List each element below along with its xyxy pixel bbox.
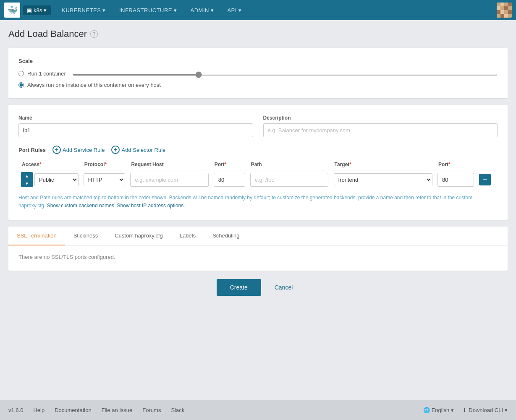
cell-access: ▲ ▼ Public Private (18, 170, 81, 189)
svg-rect-4 (497, 6, 500, 10)
cell-port2 (435, 170, 477, 189)
scale-slider[interactable] (73, 74, 498, 76)
add-service-rule-button[interactable]: + Add Service Rule (52, 146, 105, 154)
scale-option1[interactable]: Run 1 container (18, 70, 66, 77)
name-label: Name (18, 115, 253, 121)
cell-action: − (477, 170, 498, 189)
cancel-button[interactable]: Cancel (268, 279, 300, 296)
scale-slider-container (73, 70, 498, 77)
cluster-icon: ▣ (27, 7, 32, 13)
help-icon[interactable]: ? (90, 30, 98, 38)
chevron-icon: ▾ (211, 7, 214, 13)
table-row: ▲ ▼ Public Private HTTP HTTPS (18, 170, 498, 189)
port-rules-table: Access* Protocol* Request Host Port* Pat… (18, 159, 498, 189)
tab-labels[interactable]: Labels (171, 227, 204, 245)
create-button[interactable]: Create (217, 279, 261, 296)
name-desc-card: Name Description Port Rules + Add Servic… (8, 105, 508, 220)
target-select[interactable]: frontend backend api (334, 173, 433, 186)
user-avatar[interactable] (497, 3, 512, 18)
protocol-select[interactable]: HTTP HTTPS TCP UDP (84, 173, 126, 186)
info-text: Host and Path rules are matched top-to-b… (18, 194, 498, 210)
svg-rect-1 (500, 3, 504, 6)
scale-card: Scale Run 1 container Always run one ins… (8, 48, 508, 98)
svg-rect-15 (508, 14, 512, 18)
scale-label: Scale (18, 58, 498, 64)
tabs-header: SSL Termination Stickiness Custom haprox… (8, 227, 508, 245)
svg-rect-10 (504, 10, 508, 14)
svg-rect-13 (500, 14, 504, 18)
top-navigation: 🐳 ▣ k8s ▾ KUBERNETES ▾ INFRASTRUCTURE ▾ … (0, 0, 516, 20)
port-input[interactable] (214, 173, 245, 187)
app-logo: 🐳 (4, 3, 20, 18)
svg-rect-7 (508, 6, 512, 10)
svg-rect-8 (497, 10, 500, 14)
svg-rect-14 (504, 14, 508, 18)
nav-admin[interactable]: ADMIN ▾ (184, 0, 221, 20)
chevron-icon: ▾ (102, 7, 106, 13)
tabs-card: SSL Termination Stickiness Custom haprox… (8, 227, 508, 271)
tab-ssl-termination[interactable]: SSL Termination (8, 227, 65, 245)
cell-target: frontend backend api (331, 170, 435, 189)
port-rules-label: Port Rules (18, 147, 46, 153)
main-content: Add Load Balancer ? Scale Run 1 containe… (0, 20, 516, 338)
cluster-chevron: ▾ (44, 7, 47, 13)
scale-radio2[interactable] (18, 82, 24, 88)
chevron-icon: ▾ (174, 7, 177, 13)
scale-radio1[interactable] (18, 71, 24, 76)
plus-icon: + (111, 146, 120, 154)
cluster-selector[interactable]: ▣ k8s ▾ (23, 5, 51, 15)
scale-row1: Run 1 container (18, 70, 498, 77)
svg-rect-5 (500, 6, 504, 10)
desc-input[interactable] (263, 123, 498, 137)
col-header-port: Port* (211, 159, 248, 170)
table-header-row: Access* Protocol* Request Host Port* Pat… (18, 159, 498, 170)
host-ip-link[interactable]: Show host IP address options. (117, 203, 185, 209)
name-desc-row: Name Description (18, 115, 498, 137)
col-header-target: Target* (331, 159, 435, 170)
sort-down-button[interactable]: ▼ (21, 180, 33, 187)
request-host-input[interactable] (130, 173, 208, 187)
backend-names-link[interactable]: Show custom backend names. (47, 203, 115, 209)
remove-row-button[interactable]: − (479, 174, 491, 185)
page-title: Add Load Balancer ? (8, 29, 508, 39)
svg-rect-2 (504, 3, 508, 6)
sort-up-button[interactable]: ▲ (21, 172, 33, 180)
col-header-port2: Port* (435, 159, 477, 170)
col-header-request-host: Request Host (128, 159, 211, 170)
scale-option2[interactable]: Always run one instance of this containe… (18, 82, 498, 88)
nav-menu: KUBERNETES ▾ INFRASTRUCTURE ▾ ADMIN ▾ AP… (55, 0, 497, 20)
nav-infrastructure[interactable]: INFRASTRUCTURE ▾ (113, 0, 184, 20)
col-header-access: Access* (18, 159, 81, 170)
svg-rect-11 (508, 10, 512, 14)
desc-group: Description (263, 115, 498, 137)
name-group: Name (18, 115, 253, 137)
sort-buttons: ▲ ▼ (21, 172, 33, 187)
col-header-action (477, 159, 498, 170)
port-rules-header: Port Rules + Add Service Rule + Add Sele… (18, 146, 498, 154)
add-selector-rule-button[interactable]: + Add Selector Rule (111, 146, 165, 154)
cell-port (211, 170, 248, 189)
nav-kubernetes[interactable]: KUBERNETES ▾ (55, 0, 113, 20)
plus-icon: + (52, 146, 61, 154)
name-input[interactable] (18, 123, 253, 137)
cluster-name: k8s (34, 7, 42, 13)
port2-input[interactable] (437, 173, 474, 187)
tab-stickiness[interactable]: Stickiness (65, 227, 107, 245)
svg-rect-0 (497, 3, 500, 6)
tab-scheduling[interactable]: Scheduling (204, 227, 248, 245)
tab-custom-haproxy[interactable]: Custom haproxy.cfg (106, 227, 171, 245)
cell-path (248, 170, 331, 189)
nav-api[interactable]: API ▾ (220, 0, 248, 20)
svg-rect-3 (508, 3, 512, 6)
path-input[interactable] (250, 173, 328, 187)
svg-rect-9 (500, 10, 504, 14)
cell-request-host (128, 170, 211, 189)
tabs-content: There are no SSL/TLS ports configured. (8, 245, 508, 271)
desc-label: Description (263, 115, 498, 121)
svg-rect-6 (504, 6, 508, 10)
svg-rect-12 (497, 14, 500, 18)
actions-row: Create Cancel (8, 279, 508, 296)
col-header-protocol: Protocol* (81, 159, 128, 170)
col-header-path: Path (248, 159, 331, 170)
access-select[interactable]: Public Private (34, 173, 79, 186)
